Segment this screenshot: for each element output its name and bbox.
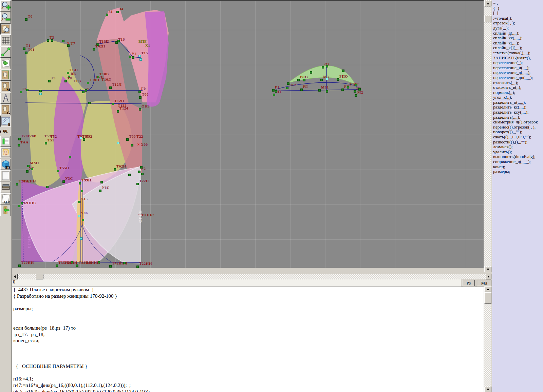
code-line[interactable] [12, 351, 484, 357]
point-marker[interactable] [320, 79, 323, 81]
command-item[interactable]: перенос((),отрезок( , ), [492, 125, 543, 130]
point-marker[interactable] [136, 266, 139, 268]
point-marker[interactable] [318, 89, 321, 92]
code-line[interactable] [12, 300, 484, 306]
point-marker[interactable] [16, 183, 18, 185]
scroll-up-button[interactable] [484, 1, 491, 6]
point-marker[interactable] [62, 180, 65, 183]
command-item[interactable]: :=метка(точка(,),,,,); [492, 51, 543, 56]
point-marker[interactable] [20, 91, 22, 93]
command-item[interactable]: разделить_н(,,,,,); [492, 100, 543, 105]
command-item[interactable]: сплайн_к[](,,,,); [492, 45, 543, 51]
command-item[interactable]: = ; [492, 1, 543, 6]
point-marker[interactable] [45, 142, 47, 144]
toolbar-alg-button[interactable]: ALG [0, 193, 11, 204]
point-marker[interactable] [286, 87, 288, 89]
code-line[interactable] [12, 312, 484, 319]
scroll-thumb[interactable] [484, 292, 491, 304]
point-marker[interactable] [21, 202, 23, 204]
point-marker[interactable] [114, 168, 116, 171]
point-marker[interactable] [136, 183, 139, 185]
code-line[interactable] [12, 370, 484, 376]
command-item[interactable]: отложить(,,,); [492, 80, 543, 85]
toolbar-inspect-piece-button[interactable] [0, 23, 11, 35]
command-item[interactable]: конец; [492, 164, 543, 170]
point-marker[interactable] [138, 171, 141, 173]
code-line[interactable]: п57:=п16 *л_фнк(рз_16,((80,0.5),(92,0.5)… [12, 389, 484, 392]
point-marker[interactable] [57, 170, 59, 172]
point-marker[interactable] [131, 144, 133, 146]
code-line[interactable]: п16:=4.1; [12, 376, 484, 383]
selected-point-marker[interactable] [139, 58, 142, 61]
point-marker[interactable] [82, 91, 85, 93]
toolbar-m-doc-button[interactable]: M [0, 81, 11, 92]
command-item[interactable]: поворот((),,,""); [492, 130, 543, 135]
point-marker[interactable] [85, 89, 87, 92]
point-marker[interactable] [93, 48, 95, 51]
canvas-horizontal-scrollbar[interactable] [12, 274, 491, 279]
point-marker[interactable] [117, 40, 120, 42]
command-item[interactable]: угол_к(,,); [492, 95, 543, 100]
command-item[interactable]: нормаль(,,); [492, 90, 543, 95]
point-marker[interactable] [69, 156, 71, 158]
point-marker[interactable] [300, 89, 303, 91]
point-marker[interactable] [139, 108, 141, 111]
point-marker[interactable] [303, 79, 305, 81]
point-marker[interactable] [322, 66, 324, 68]
point-marker[interactable] [18, 205, 20, 207]
code-line[interactable]: размеры; [12, 306, 484, 312]
toolbar-piece-card-button[interactable] [0, 70, 11, 81]
point-marker[interactable] [62, 40, 64, 42]
point-marker[interactable] [67, 72, 69, 74]
scroll-left-button[interactable] [12, 274, 18, 279]
toolbar-table-button[interactable] [0, 136, 11, 147]
command-item[interactable]: сопряжение_д(,,,,,,); [492, 159, 543, 164]
command-item[interactable]: размеры; [492, 169, 543, 174]
editor-vertical-scrollbar[interactable] [484, 287, 491, 392]
point-marker[interactable] [100, 181, 103, 183]
point-marker[interactable] [81, 190, 83, 192]
point-marker[interactable] [272, 89, 275, 92]
command-item[interactable]: сплайн_кк(,,,,,); [492, 36, 543, 41]
toolbar-list-button[interactable] [0, 170, 11, 181]
canvas-vertical-scrollbar[interactable] [484, 0, 491, 272]
point-marker[interactable] [342, 70, 344, 72]
point-marker[interactable] [88, 102, 91, 104]
point-marker[interactable] [138, 91, 141, 93]
point-marker[interactable] [326, 65, 328, 67]
point-marker[interactable] [48, 80, 51, 82]
point-marker[interactable] [123, 262, 126, 264]
command-item[interactable]: сплайн_д(,,,,); [492, 31, 543, 36]
command-item[interactable]: сплайн_к(,,,,); [492, 41, 543, 46]
command-item[interactable]: разделить_ксу(,,,,); [492, 110, 543, 115]
command-item[interactable]: ломаная(); [492, 144, 543, 150]
point-marker[interactable] [67, 44, 70, 47]
toolbar-sketch-button[interactable] [0, 58, 11, 69]
toolbar-grid-button[interactable] [0, 35, 11, 46]
point-marker[interactable] [109, 86, 112, 89]
scroll-thumb[interactable] [484, 16, 491, 22]
command-item[interactable]: пересечение(,,); [492, 60, 543, 65]
point-marker[interactable] [51, 39, 53, 42]
point-marker[interactable] [25, 18, 27, 21]
point-marker[interactable] [99, 190, 101, 192]
selected-point-marker[interactable] [39, 93, 42, 95]
point-marker[interactable] [128, 174, 131, 176]
point-marker[interactable] [341, 89, 344, 91]
point-marker[interactable] [56, 264, 58, 267]
point-marker[interactable] [112, 103, 114, 105]
toolbar-g-doc-button[interactable]: G [0, 104, 11, 115]
point-marker[interactable] [109, 265, 112, 268]
command-item[interactable]: симметрия_л((),отрезок [492, 120, 543, 125]
point-marker[interactable] [79, 182, 81, 184]
point-marker[interactable] [31, 168, 33, 170]
code-line[interactable] [12, 344, 484, 351]
point-marker[interactable] [117, 110, 119, 113]
point-marker[interactable] [287, 82, 289, 85]
command-item[interactable]: дуга(,,,); [492, 26, 543, 31]
point-marker[interactable] [71, 261, 73, 263]
rz-button[interactable]: Рз [463, 280, 475, 286]
point-marker[interactable] [129, 56, 131, 58]
point-marker[interactable] [47, 39, 49, 42]
code-line[interactable]: { ОСНОВНЫЕ ПАРАМЕТРЫ } [12, 364, 484, 370]
